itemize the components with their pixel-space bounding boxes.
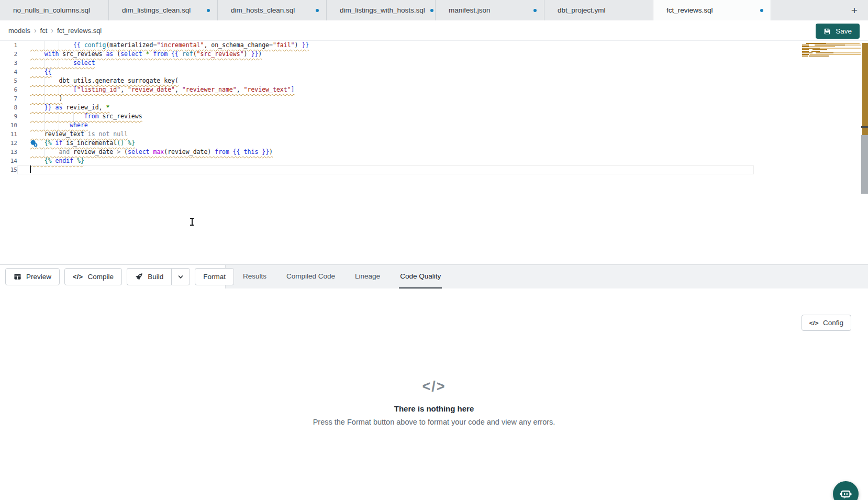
- minimap-line: [833, 52, 861, 53]
- line-content[interactable]: and review_date > (select max(review_dat…: [17, 148, 754, 157]
- minimap-line: [809, 55, 829, 57]
- line-content[interactable]: with src_reviews as (select * from {{ re…: [17, 50, 754, 59]
- code-token: "review_date": [128, 86, 175, 93]
- code-token: ,: [237, 86, 244, 93]
- code-line-9[interactable]: 9 from src_reviews: [0, 112, 754, 121]
- line-content[interactable]: [17, 165, 754, 174]
- code-line-10[interactable]: 10 where: [0, 121, 754, 130]
- format-button[interactable]: Format: [195, 268, 234, 285]
- overview-ruler[interactable]: [861, 41, 868, 264]
- line-content[interactable]: {{ config(materialized="incremental", on…: [17, 41, 754, 50]
- code-token: and: [59, 148, 73, 155]
- breadcrumb-bar: models›fct›fct_reviews.sql Save: [0, 20, 868, 41]
- file-tab-4[interactable]: dim_listings_with_hosts.sql: [327, 0, 436, 20]
- code-line-15[interactable]: 15: [0, 165, 754, 174]
- file-tab-6[interactable]: dbt_project.yml: [544, 0, 653, 20]
- file-tab-label: no_nulls_in_columns.sql: [13, 6, 90, 14]
- code-line-5[interactable]: 5 dbt_utils.generate_surrogate_key(: [0, 76, 754, 85]
- code-line-11[interactable]: 11 review_text is not null: [0, 130, 754, 139]
- line-content[interactable]: dbt_utils.generate_surrogate_key(: [17, 76, 754, 85]
- code-token: as: [106, 50, 117, 58]
- code-editor[interactable]: 1 {{ config(materialized="incremental", …: [0, 41, 868, 264]
- config-button[interactable]: </> Config: [802, 315, 851, 331]
- tab-compiled-code[interactable]: Compiled Code: [285, 265, 336, 288]
- code-token: ): [295, 41, 302, 49]
- indent-guide: [44, 85, 45, 94]
- line-content[interactable]: ["listing_id", "review_date", "reviewer_…: [17, 85, 754, 94]
- file-tab-2[interactable]: dim_listings_clean.sql: [109, 0, 218, 20]
- build-dropdown-button[interactable]: [171, 268, 190, 285]
- tab-results[interactable]: Results: [242, 265, 268, 288]
- line-content[interactable]: {{: [17, 68, 754, 76]
- file-tab-label: dim_listings_clean.sql: [122, 6, 191, 14]
- new-tab-button[interactable]: +: [848, 5, 861, 16]
- code-token: "listing_id": [77, 86, 120, 93]
- code-line-3[interactable]: 3 select: [0, 59, 754, 68]
- code-line-8[interactable]: 8 }} as review_id, *: [0, 103, 754, 112]
- line-text: select: [30, 59, 95, 66]
- file-tab-3[interactable]: dim_hosts_clean.sql: [218, 0, 327, 20]
- code-token: ): [207, 148, 215, 155]
- minimap-line: [802, 55, 808, 57]
- code-token: src_reviews: [62, 50, 106, 58]
- save-floppy-icon: [824, 28, 831, 35]
- line-content[interactable]: {% if is_incremental() %}: [17, 139, 754, 148]
- overview-warning-strip-2: [862, 128, 868, 135]
- code-token: is not null: [88, 130, 128, 138]
- code-action-lightbulb-icon[interactable]: [30, 140, 38, 147]
- code-line-2[interactable]: 2 with src_reviews as (select * from {{ …: [0, 50, 754, 59]
- tab-code-quality[interactable]: Code Quality: [399, 265, 442, 288]
- code-token: ): [269, 148, 273, 155]
- save-button[interactable]: Save: [816, 24, 860, 39]
- code-token: {%: [44, 139, 55, 147]
- breadcrumb-segment[interactable]: fct: [40, 27, 48, 35]
- code-line-4[interactable]: 4 {{: [0, 68, 754, 76]
- line-content[interactable]: {% endif %}: [17, 157, 754, 165]
- minimap-line: [809, 46, 835, 47]
- code-line-13[interactable]: 13 and review_date > (select max(review_…: [0, 148, 754, 157]
- code-token: "incremental": [157, 41, 204, 49]
- code-line-6[interactable]: 6 ["listing_id", "review_date", "reviewe…: [0, 85, 754, 94]
- minimap-line: [802, 48, 820, 49]
- breadcrumb-segment[interactable]: models: [8, 27, 30, 35]
- tab-lineage[interactable]: Lineage: [354, 265, 381, 288]
- line-content[interactable]: }} as review_id, *: [17, 103, 754, 112]
- scrollbar-slider[interactable]: [861, 135, 868, 194]
- code-token: as: [55, 104, 66, 111]
- line-content[interactable]: review_text is not null: [17, 130, 754, 139]
- line-content[interactable]: where: [17, 121, 754, 130]
- line-text: ["listing_id", "review_date", "reviewer_…: [30, 86, 295, 93]
- copilot-chat-button[interactable]: [833, 481, 859, 500]
- file-tab-1[interactable]: no_nulls_in_columns.sql: [0, 0, 109, 20]
- minimap-line: [802, 49, 809, 50]
- indent-guide: [59, 121, 59, 130]
- file-tab-5[interactable]: manifest.json: [436, 0, 544, 20]
- line-content[interactable]: select: [17, 59, 754, 68]
- build-rocket-icon: [135, 273, 143, 281]
- line-content[interactable]: ): [17, 94, 754, 103]
- breadcrumb-segment[interactable]: fct_reviews.sql: [57, 27, 102, 35]
- editor-minimap[interactable]: [802, 43, 861, 61]
- preview-table-icon: [14, 273, 21, 281]
- code-line-12[interactable]: 12 {% if is_incremental() %}: [0, 139, 754, 148]
- line-number: 14: [0, 157, 17, 165]
- code-line-7[interactable]: 7 ): [0, 94, 754, 103]
- modified-dot-icon: [207, 9, 210, 12]
- indent-guide: [44, 76, 45, 85]
- code-token: (): [117, 139, 124, 147]
- code-token: *: [106, 104, 109, 111]
- code-line-1[interactable]: 1 {{ config(materialized="incremental", …: [0, 41, 754, 50]
- file-tab-7[interactable]: fct_reviews.sql: [653, 0, 771, 20]
- code-token: ): [59, 95, 62, 102]
- line-number: 15: [0, 165, 17, 174]
- line-content[interactable]: from src_reviews: [17, 112, 754, 121]
- preview-button[interactable]: Preview: [5, 268, 60, 285]
- compile-button[interactable]: </> Compile: [64, 268, 122, 285]
- build-button[interactable]: Build: [127, 268, 171, 285]
- minimap-line: [820, 48, 861, 49]
- code-token: review_date: [168, 148, 207, 155]
- code-token: ref: [182, 50, 193, 58]
- code-line-14[interactable]: 14 {% endif %}: [0, 157, 754, 165]
- line-text: and review_date > (select max(review_dat…: [30, 148, 273, 155]
- code-slash-icon: </>: [0, 379, 868, 395]
